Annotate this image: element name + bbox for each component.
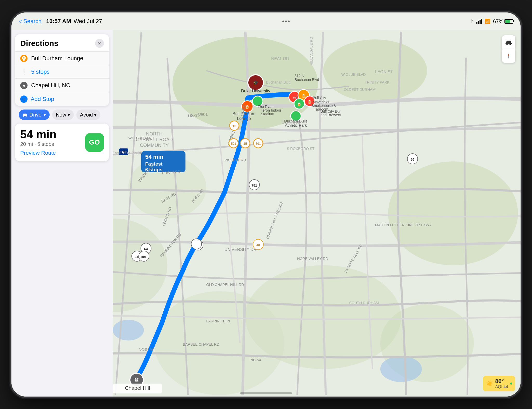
avoid-button[interactable]: Avoid ▾ [76, 110, 101, 120]
svg-text:COMMUNITY: COMMUNITY [140, 143, 169, 148]
stops-row[interactable]: 5 stops [15, 65, 109, 78]
svg-text:HOPE VALLEY RD: HOPE VALLEY RD [297, 257, 328, 261]
svg-text:BARBEE CHAPEL RD: BARBEE CHAPEL RD [183, 342, 219, 346]
svg-text:54 min: 54 min [145, 154, 163, 160]
map-controls [502, 35, 515, 63]
drive-button[interactable]: Drive ▾ [19, 110, 50, 120]
weather-widget: ☀️ 86° AQI 44 [483, 376, 515, 391]
svg-text:Chapel Hill: Chapel Hill [125, 385, 150, 391]
svg-text:UNIVERSITY DR: UNIVERSITY DR [224, 247, 256, 252]
drive-chevron: ▾ [43, 112, 46, 118]
weather-temp: 86° [495, 378, 508, 385]
home-indicator[interactable] [240, 392, 292, 394]
svg-text:TRINITY PARK: TRINITY PARK [365, 80, 390, 84]
svg-text:751: 751 [251, 183, 257, 187]
svg-text:🎓: 🎓 [253, 80, 259, 86]
svg-point-83 [191, 239, 202, 249]
status-time: 10:57 AM [46, 18, 71, 25]
svg-text:15: 15 [243, 142, 247, 146]
wifi-icon: 📶 [485, 18, 490, 24]
compass-button[interactable] [502, 49, 515, 63]
svg-text:NC-54 W: NC-54 W [139, 347, 154, 352]
weather-icon: ☀️ [486, 380, 493, 387]
svg-text:501: 501 [231, 142, 236, 146]
origin-text: Bull Durham Lounge [31, 55, 83, 62]
svg-text:MARTIN LUTHER KING JR PKWY: MARTIN LUTHER KING JR PKWY [375, 223, 432, 227]
svg-text:Buchanan Blvd: Buchanan Blvd [295, 78, 319, 82]
status-date: Wed Jul 27 [74, 18, 102, 25]
svg-text:FARRINGTON: FARRINGTON [206, 319, 230, 323]
svg-point-9 [380, 356, 422, 382]
weather-aqi: AQI 44 [495, 385, 508, 389]
time-chevron: ▾ [68, 112, 70, 118]
svg-point-111 [506, 43, 508, 45]
origin-icon [20, 55, 28, 62]
add-stop-text[interactable]: Add Stop [31, 96, 54, 103]
location-icon: ⇡ [470, 18, 474, 24]
connector-dots [20, 69, 28, 75]
battery-indicator: 67% [493, 18, 513, 24]
route-card: 54 min 20 mi · 5 stops GO Preview Route [15, 124, 109, 161]
svg-text:S ROXBORO ST: S ROXBORO ST [287, 147, 315, 151]
svg-text:Buchanan Blvd: Buchanan Blvd [266, 80, 290, 84]
svg-text:Durham Bulls: Durham Bulls [284, 119, 308, 123]
close-button[interactable]: × [95, 39, 104, 48]
svg-text:40: 40 [256, 243, 260, 247]
sidebar: Directions × Bull Durham Lounge [11, 30, 113, 397]
car-mode-button[interactable] [502, 35, 515, 49]
svg-text:PICKETT RD: PICKETT RD [224, 158, 246, 162]
directions-title: Directions [20, 39, 58, 48]
destination-row[interactable]: Chapel Hill, NC [15, 78, 109, 92]
avoid-label: Avoid [80, 112, 93, 118]
svg-text:WEAVER DAIRY RD: WEAVER DAIRY RD [109, 151, 143, 155]
directions-header: Directions × [15, 34, 109, 51]
destination-text: Chapel Hill, NC [31, 82, 70, 89]
svg-text:🍺: 🍺 [297, 102, 302, 107]
svg-text:GARRETT ROAD: GARRETT ROAD [136, 137, 173, 142]
stops-link[interactable]: 5 stops [31, 69, 50, 75]
status-center-dots [282, 21, 290, 22]
screen: ◁ Search 10:57 AM Wed Jul 27 ⇡ [11, 12, 521, 397]
signal-icon [476, 19, 482, 24]
svg-point-116 [26, 116, 27, 117]
battery-icon [504, 19, 513, 24]
svg-text:Bull Durham: Bull Durham [232, 112, 255, 116]
svg-text:W CLUB BLVD: W CLUB BLVD [341, 72, 366, 77]
back-button[interactable]: ◁ Search [19, 18, 42, 25]
aqi-dot [510, 383, 512, 385]
svg-text:15: 15 [135, 255, 139, 259]
svg-text:56: 56 [411, 158, 414, 161]
svg-text:NORTH: NORTH [146, 131, 163, 137]
status-bar: ◁ Search 10:57 AM Wed Jul 27 ⇡ [11, 12, 521, 30]
transport-row: Drive ▾ Now ▾ Avoid ▾ [15, 106, 109, 124]
status-left: ◁ Search 10:57 AM Wed Jul 27 [19, 18, 102, 25]
svg-text:Lounge: Lounge [237, 116, 251, 121]
go-button[interactable]: GO [85, 133, 104, 152]
svg-point-113 [23, 57, 25, 59]
svg-text:and Brewery: and Brewery [321, 113, 341, 117]
origin-row[interactable]: Bull Durham Lounge [15, 51, 109, 65]
svg-text:64: 64 [144, 247, 148, 251]
svg-text:🏛: 🏛 [135, 378, 139, 382]
status-right: ⇡ 📶 67% [470, 18, 513, 24]
svg-text:NC-54: NC-54 [250, 358, 261, 362]
svg-text:501: 501 [141, 255, 147, 259]
svg-text:OLDEST DURHAM: OLDEST DURHAM [344, 87, 375, 92]
svg-text:LEON ST: LEON ST [375, 70, 393, 74]
add-stop-icon: + [20, 96, 28, 103]
svg-text:Duke University: Duke University [241, 89, 270, 93]
svg-text:Stadium: Stadium [261, 112, 274, 116]
add-stop-row[interactable]: + Add Stop [15, 92, 109, 106]
directions-panel: Directions × Bull Durham Lounge [15, 34, 109, 106]
svg-text:Bull City: Bull City [313, 96, 326, 100]
svg-text:OLD CHAPEL HILL RD: OLD CHAPEL HILL RD [206, 283, 244, 287]
svg-text:🍺: 🍺 [302, 94, 306, 98]
ipad-device: ◁ Search 10:57 AM Wed Jul 27 ⇡ [11, 12, 521, 397]
svg-text:312 N: 312 N [295, 74, 304, 78]
svg-point-10 [113, 320, 144, 340]
svg-text:🍽: 🍽 [293, 96, 296, 100]
svg-point-115 [23, 116, 24, 117]
svg-text:HILLANDALE RD: HILLANDALE RD [309, 37, 314, 65]
time-button[interactable]: Now ▾ [52, 110, 74, 120]
svg-text:SOUTH DURHAM: SOUTH DURHAM [349, 301, 379, 305]
